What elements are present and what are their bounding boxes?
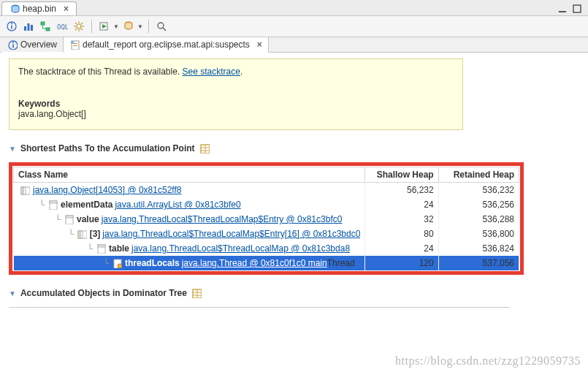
retained-heap-cell: 536,800 (438, 227, 519, 241)
sheet-icon (191, 288, 202, 298)
col-shallow-heap[interactable]: Shallow Heap (365, 167, 438, 183)
tab-label: Overview (20, 39, 57, 50)
oql-button[interactable] (55, 19, 69, 34)
toolbar-divider (91, 20, 92, 33)
close-icon[interactable]: × (257, 39, 262, 50)
tab-label: default_report org.eclipse.mat.api:suspe… (83, 39, 250, 50)
minimize-icon[interactable] (557, 4, 568, 14)
shallow-heap-cell: 32 (365, 212, 438, 227)
array-icon (20, 185, 30, 195)
toolbar-divider (148, 20, 149, 33)
histogram-button[interactable] (21, 19, 36, 34)
table-row[interactable]: └[3] java.lang.ThreadLocal$ThreadLocalMa… (14, 227, 519, 241)
divider (9, 307, 510, 308)
thread-icon (112, 258, 122, 268)
tab-default-report[interactable]: default_report org.eclipse.mat.api:suspe… (64, 37, 269, 53)
shallow-heap-cell: 80 (365, 227, 438, 241)
gear-button[interactable] (72, 19, 86, 34)
shallow-heap-cell: 56,232 (365, 183, 438, 198)
col-class-name[interactable]: Class Name (14, 167, 365, 183)
info-button[interactable] (4, 19, 19, 34)
shallow-heap-cell: 120 (365, 256, 438, 270)
suspect-info-panel: The stacktrace of this Thread is availab… (9, 58, 463, 130)
section-accumulated-objects[interactable]: ▼ Accumulated Objects in Dominator Tree (9, 288, 579, 298)
info-icon (7, 39, 18, 50)
table-row[interactable]: └elementData java.util.ArrayList @ 0x81c… (14, 197, 519, 212)
keywords-heading: Keywords (18, 99, 454, 109)
sub-tab-bar: Overview default_report org.eclipse.mat.… (0, 37, 588, 53)
class-link[interactable]: java.lang.ThreadLocal$ThreadLocalMap @ 0… (131, 243, 350, 254)
class-link[interactable]: java.lang.Object[14053] @ 0x81c52ff8 (33, 185, 181, 195)
sheet-icon (199, 143, 210, 153)
section-shortest-paths[interactable]: ▼ Shortest Paths To the Accumulation Poi… (9, 143, 579, 153)
search-button[interactable] (154, 19, 169, 34)
shallow-heap-cell: 24 (365, 241, 438, 256)
run-report-button[interactable] (97, 19, 112, 34)
col-retained-heap[interactable]: Retained Heap (438, 167, 519, 183)
class-link[interactable]: java.util.ArrayList @ 0x81c3bfe0 (115, 200, 240, 210)
editor-tab-label: heap.bin (23, 4, 56, 14)
dominator-tree-button[interactable] (38, 19, 53, 34)
table-row[interactable]: └value java.lang.ThreadLocal$ThreadLocal… (14, 212, 519, 227)
retained-heap-cell: 537,056 (438, 256, 519, 270)
table-header-row: Class Name Shallow Heap Retained Heap (14, 167, 519, 183)
toolbar: ▼ ▼ (0, 16, 588, 37)
class-link[interactable]: java.lang.Thread @ 0x81c0f1c0 main (182, 258, 327, 268)
tab-overview[interactable]: Overview (1, 37, 64, 53)
obj-icon (96, 243, 106, 254)
collapse-icon[interactable]: ▼ (9, 289, 16, 297)
retained-heap-cell: 536,288 (438, 212, 519, 227)
shallow-heap-cell: 24 (365, 197, 438, 212)
class-link[interactable]: java.lang.ThreadLocal$ThreadLocalMap$Ent… (102, 214, 343, 224)
chevron-down-icon[interactable]: ▼ (137, 23, 143, 30)
collapse-icon[interactable]: ▼ (9, 145, 16, 153)
chevron-down-icon[interactable]: ▼ (113, 23, 119, 30)
table-row[interactable]: └threadLocals java.lang.Thread @ 0x81c0f… (14, 256, 519, 270)
table-row[interactable]: java.lang.Object[14053] @ 0x81c52ff856,2… (14, 183, 519, 198)
stacktrace-link[interactable]: See stacktrace (183, 67, 240, 77)
report-icon (69, 39, 80, 50)
window-controls (557, 4, 587, 14)
retained-heap-cell: 536,232 (438, 183, 519, 198)
stacktrace-text: The stacktrace of this Thread is availab… (18, 67, 454, 77)
highlight-frame: Class Name Shallow Heap Retained Heap ja… (9, 162, 524, 275)
table-row[interactable]: └table java.lang.ThreadLocal$ThreadLocal… (14, 241, 519, 256)
maximize-icon[interactable] (572, 4, 582, 14)
editor-tab-bar: heap.bin × (0, 0, 588, 16)
shortest-paths-table: Class Name Shallow Heap Retained Heap ja… (13, 167, 519, 270)
query-browser-button[interactable] (121, 19, 136, 34)
obj-icon (64, 214, 74, 224)
report-content: The stacktrace of this Thread is availab… (0, 53, 588, 314)
watermark-text: https://blog.csdn.net/zzg1229059735 (395, 354, 581, 368)
class-link[interactable]: java.lang.ThreadLocal$ThreadLocalMap$Ent… (102, 229, 360, 239)
retained-heap-cell: 536,256 (438, 197, 519, 212)
array-icon (77, 229, 87, 239)
editor-tab-heap[interactable]: heap.bin × (1, 1, 77, 15)
retained-heap-cell: 536,824 (438, 241, 519, 256)
close-icon[interactable]: × (64, 4, 69, 14)
database-icon (9, 4, 20, 14)
obj-icon (47, 200, 58, 210)
keywords-value: java.lang.Object[] (18, 109, 454, 119)
